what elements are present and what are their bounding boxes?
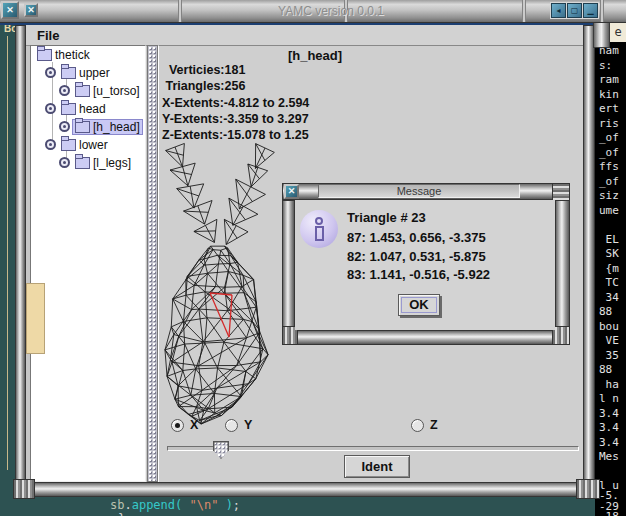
- tree-item-lower[interactable]: lower: [31, 136, 145, 153]
- radio-label: X: [190, 418, 198, 432]
- radio-y[interactable]: Y: [225, 418, 252, 432]
- code-token: sb: [110, 498, 124, 512]
- radio-x[interactable]: X: [171, 418, 198, 432]
- terminal-line: Mes: [599, 450, 619, 463]
- tree-item-content[interactable]: thetick: [35, 48, 92, 62]
- terminal-line: 88: [599, 363, 612, 376]
- tree-item-l_legs[interactable]: [l_legs]: [31, 154, 145, 171]
- stats-block: Verticies:181 Triangles:256X-Extents:-4.…: [162, 62, 309, 143]
- folder-icon: [75, 121, 90, 133]
- dialog-heading: Triangle # 23: [347, 210, 426, 225]
- terminal-line: SK: [599, 247, 619, 260]
- tree-item-content[interactable]: [u_torso]: [73, 84, 142, 98]
- tree-panel[interactable]: thetickupper[u_torso]head[h_head]lower[l…: [30, 45, 146, 482]
- terminal-line: _of: [599, 175, 619, 188]
- dialog-coord-line: 87: 1.453, 0.656, -3.375: [347, 229, 490, 248]
- tree-item-upper[interactable]: upper: [31, 64, 145, 81]
- tree-item-content[interactable]: [l_legs]: [73, 156, 133, 170]
- background-scrollbar-track: [7, 36, 8, 470]
- terminal-line: s:: [599, 59, 612, 72]
- dialog-content: Triangle # 23 87: 1.453, 0.656, -3.37582…: [295, 200, 555, 330]
- background-terminal: nams:ramkinertris_of_offfs_ofsizume EL S…: [595, 0, 626, 516]
- tree-item-label: thetick: [55, 48, 90, 62]
- folder-icon: [75, 157, 90, 169]
- tree-item-label: head: [79, 102, 106, 116]
- terminal-line: kin: [599, 88, 619, 101]
- background-note: e: [608, 22, 626, 42]
- tree-item-content[interactable]: [h_head]: [73, 120, 142, 134]
- terminal-line: 3.4: [599, 436, 619, 449]
- terminal-line: {m: [599, 262, 619, 275]
- terminal-line: _of: [599, 131, 619, 144]
- radio-circle-icon[interactable]: [411, 419, 424, 432]
- terminal-line: 88: [599, 305, 612, 318]
- shade-icon[interactable]: ◂: [551, 3, 566, 18]
- code-line-2: }: [118, 512, 125, 516]
- screen: Bo sb.append( "\n" ); } nams:ramkinertri…: [0, 0, 626, 516]
- tree-item-content[interactable]: head: [59, 102, 108, 116]
- window-titlebar[interactable]: YAMC version 0.0.1 ✕ ✕ ◂ ▢ ▁: [0, 0, 626, 23]
- window-border-left: [15, 25, 26, 482]
- tree-expand-handle-icon[interactable]: [45, 139, 56, 150]
- radio-z[interactable]: Z: [411, 418, 438, 432]
- ident-button[interactable]: Ident: [344, 455, 410, 478]
- terminal-line: TC: [599, 276, 619, 289]
- tree-item-head[interactable]: head: [31, 100, 145, 117]
- stat-line: Verticies:181: [162, 62, 309, 78]
- tree-item-label: [h_head]: [93, 120, 140, 134]
- info-icon-stem: [315, 226, 324, 241]
- tree-expand-handle-icon[interactable]: [59, 157, 70, 168]
- folder-icon: [75, 85, 90, 97]
- window-border-bottom: [26, 482, 584, 497]
- code-token: .: [124, 498, 131, 512]
- tree-item-label: lower: [79, 138, 108, 152]
- tree-item-label: [l_legs]: [93, 156, 131, 170]
- close-icon[interactable]: ✕: [1, 1, 19, 19]
- terminal-line: -18: [599, 510, 619, 516]
- close-icon[interactable]: ✕: [284, 184, 299, 199]
- window-border-right: [583, 25, 595, 482]
- minimize-icon[interactable]: ▁: [583, 3, 598, 18]
- code-token: ): [218, 498, 232, 512]
- terminal-line: 34: [599, 291, 619, 304]
- radio-circle-icon[interactable]: [225, 419, 238, 432]
- dialog-coord-line: 82: 1.047, 0.531, -5.875: [347, 248, 490, 267]
- dialog-border-left: [282, 200, 295, 331]
- code-token: ;: [233, 498, 240, 512]
- code-line: sb.append( "\n" );: [110, 498, 240, 512]
- terminal-line: ha: [599, 378, 619, 391]
- tree-item-content[interactable]: lower: [59, 138, 110, 152]
- terminal-line: ert: [599, 102, 619, 115]
- tree-expand-handle-icon[interactable]: [45, 103, 56, 114]
- tree-expand-handle-icon[interactable]: [59, 121, 70, 132]
- menu-file[interactable]: File: [37, 28, 59, 43]
- tree-expand-handle-icon[interactable]: [45, 67, 56, 78]
- dialog-lines: 87: 1.453, 0.656, -3.37582: 1.047, 0.531…: [347, 229, 490, 285]
- radio-circle-icon[interactable]: [171, 419, 184, 432]
- titlebar-ridge: [178, 0, 182, 22]
- radio-label: Y: [244, 418, 252, 432]
- folder-icon: [61, 103, 76, 115]
- tree-item-u_torso[interactable]: [u_torso]: [31, 82, 145, 99]
- tree-item-h_head[interactable]: [h_head]: [31, 118, 145, 135]
- message-dialog: ✕ Message Triangle # 23 87: 1.453, 0.656…: [282, 183, 570, 345]
- radio-row: XYZ: [159, 418, 584, 436]
- code-token: append: [132, 498, 175, 512]
- terminal-line: 3.4: [599, 407, 619, 420]
- close-icon[interactable]: ✕: [24, 3, 38, 17]
- maximize-icon[interactable]: ▢: [567, 3, 582, 18]
- terminal-line: ffs: [599, 160, 619, 173]
- ok-button[interactable]: OK: [398, 294, 440, 316]
- folder-icon: [61, 67, 76, 79]
- menubar: File: [26, 25, 583, 46]
- info-icon-dot: [315, 217, 323, 225]
- terminal-line: siz: [599, 189, 619, 202]
- tree-item-thetick[interactable]: thetick: [31, 46, 145, 63]
- slider-thumb[interactable]: [213, 441, 229, 459]
- panel-title: [h_head]: [159, 48, 471, 63]
- tree-item-content[interactable]: upper: [59, 66, 112, 80]
- window-title: YAMC version 0.0.1: [236, 4, 426, 18]
- dialog-border-bottom: [282, 330, 570, 345]
- tree-scrollbar[interactable]: [147, 45, 158, 482]
- tree-expand-handle-icon[interactable]: [59, 85, 70, 96]
